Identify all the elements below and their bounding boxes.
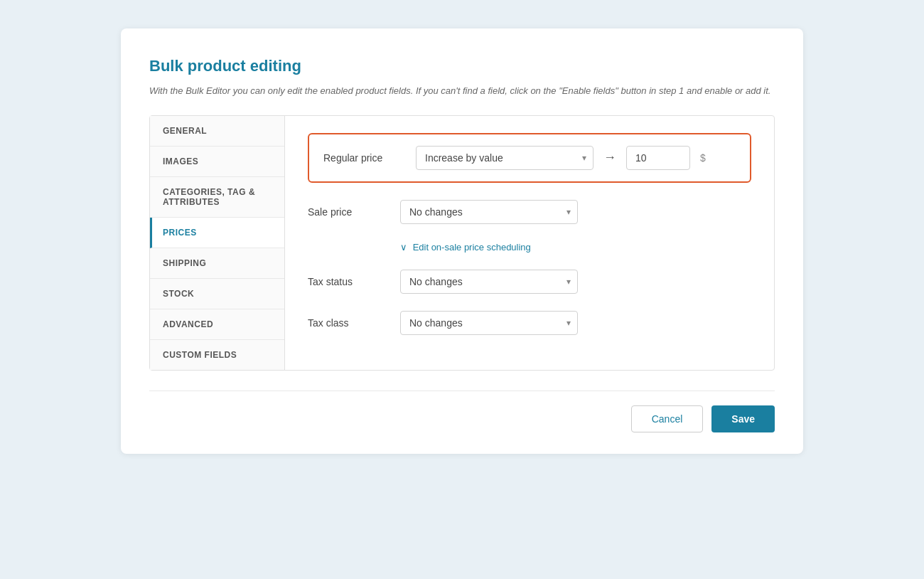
page-description: With the Bulk Editor you can only edit t… (149, 84, 775, 98)
sidebar-item-prices[interactable]: Prices (150, 218, 284, 248)
regular-price-value-input[interactable] (626, 146, 690, 170)
tax-class-action-select[interactable]: No changes Standard Reduced rate Zero ra… (400, 311, 578, 335)
sidebar-item-shipping[interactable]: Shipping (150, 248, 284, 279)
footer-bar: Cancel Save (149, 391, 775, 432)
regular-price-label: Regular price (323, 152, 416, 164)
editor-body: General Images Categories, Tag & Attribu… (149, 115, 775, 371)
sale-price-action-wrapper: No changes Set to Increase by value Decr… (400, 200, 578, 224)
tax-class-label: Tax class (308, 317, 400, 329)
tax-status-controls: No changes Taxable Shipping only None ▾ (400, 270, 578, 294)
page-title: Bulk product editing (149, 57, 775, 75)
cancel-button[interactable]: Cancel (631, 405, 704, 432)
tax-status-label: Tax status (308, 276, 400, 287)
sale-price-action-select[interactable]: No changes Set to Increase by value Decr… (400, 200, 578, 224)
edit-sale-price-link-row: ∨ Edit on-sale price scheduling (308, 241, 751, 253)
sidebar-item-custom-fields[interactable]: Custom Fields (150, 340, 284, 370)
sidebar-item-images[interactable]: Images (150, 147, 284, 177)
regular-price-row: Regular price No changes Set to Increase… (308, 133, 751, 183)
tax-status-action-select[interactable]: No changes Taxable Shipping only None (400, 270, 578, 294)
regular-price-controls: No changes Set to Increase by value Decr… (416, 146, 706, 170)
tax-class-action-wrapper: No changes Standard Reduced rate Zero ra… (400, 311, 578, 335)
edit-on-sale-price-link[interactable]: ∨ Edit on-sale price scheduling (400, 242, 531, 253)
sidebar: General Images Categories, Tag & Attribu… (150, 116, 285, 370)
chevron-down-icon: ∨ (400, 242, 407, 253)
tax-class-controls: No changes Standard Reduced rate Zero ra… (400, 311, 578, 335)
main-content: Regular price No changes Set to Increase… (285, 116, 774, 370)
save-button[interactable]: Save (711, 405, 775, 432)
sidebar-item-stock[interactable]: Stock (150, 279, 284, 309)
sale-price-controls: No changes Set to Increase by value Decr… (400, 200, 578, 224)
sale-price-label: Sale price (308, 206, 400, 218)
currency-label: $ (700, 152, 706, 164)
sidebar-item-general[interactable]: General (150, 116, 284, 147)
tax-status-action-wrapper: No changes Taxable Shipping only None ▾ (400, 270, 578, 294)
sale-price-row: Sale price No changes Set to Increase by… (308, 200, 751, 224)
tax-status-row: Tax status No changes Taxable Shipping o… (308, 270, 751, 294)
regular-price-action-wrapper: No changes Set to Increase by value Decr… (416, 146, 593, 170)
arrow-right-icon: → (603, 150, 616, 165)
bulk-editor-container: Bulk product editing With the Bulk Edito… (121, 28, 803, 454)
sidebar-item-advanced[interactable]: Advanced (150, 309, 284, 340)
tax-class-row: Tax class No changes Standard Reduced ra… (308, 311, 751, 335)
sidebar-item-categories[interactable]: Categories, Tag & Attributes (150, 177, 284, 218)
regular-price-action-select[interactable]: No changes Set to Increase by value Decr… (416, 146, 593, 170)
